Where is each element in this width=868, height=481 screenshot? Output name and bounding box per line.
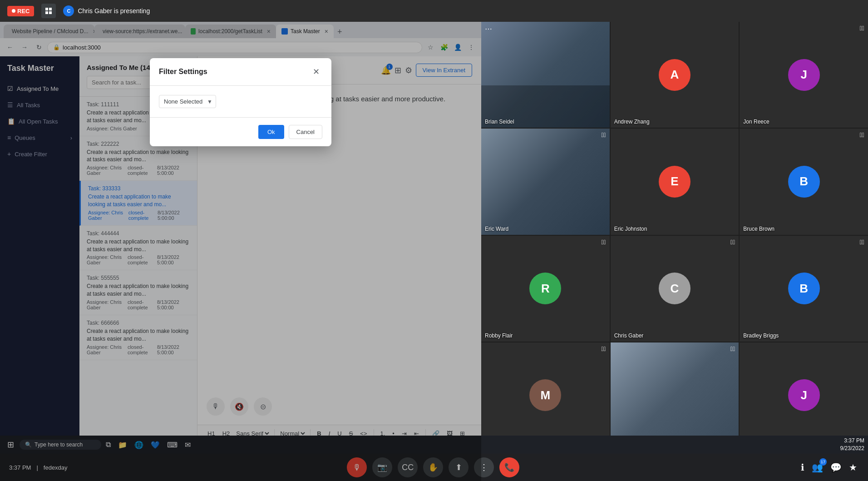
avatar-circle: B: [788, 166, 820, 198]
rec-label: REC: [17, 8, 30, 15]
video-cell-jon-reece: J 🎙̶ Jon Reece: [740, 22, 868, 128]
video-cell-neiman-schwartz: 🎙̶ Neiman Schwartz: [611, 342, 739, 448]
presenter-avatar: C: [63, 5, 74, 16]
video-cell-matt-sanders: M 🎙̶ Matt Sanders: [481, 342, 610, 448]
participant-name: Bruce Brown: [743, 226, 774, 232]
avatar-circle: E: [659, 166, 690, 198]
mute-icon: 🎙̶: [730, 238, 735, 246]
avatar-circle: J: [788, 59, 820, 91]
svg-rect-3: [49, 11, 52, 14]
video-feed: [481, 22, 610, 128]
avatar-circle: M: [529, 379, 561, 411]
video-grid: ⋯ Brian Seidel A Andrew Zhang J 🎙̶ Jon R…: [481, 22, 868, 481]
leave-call-button[interactable]: 📞: [499, 457, 519, 477]
mute-icon: 🎙̶: [860, 238, 864, 246]
more-options-icon[interactable]: ⋯: [485, 25, 492, 33]
video-cell-eric-johnston: E Eric Johnston: [611, 129, 739, 234]
avatar-circle: J: [788, 379, 820, 411]
video-cell-chris-gaber: C 🎙̶ Chris Gaber: [611, 236, 739, 342]
participant-name: Eric Johnston: [614, 226, 647, 232]
participant-name: Jon Reece: [743, 119, 769, 125]
taskbar-time: 3:37 PM 9/23/2022: [840, 437, 864, 452]
video-cell-jack-evans: J Jack Evans: [740, 342, 868, 448]
meeting-side-buttons: ℹ 👥 17 💬 ★: [799, 460, 859, 475]
video-cell-eric-ward: 🎙̶ Eric Ward: [481, 129, 610, 234]
top-bar: REC C Chris Gaber is presenting: [0, 0, 868, 22]
video-cell-robby-flair: R 🎙̶ Robby Flair: [481, 236, 610, 342]
modal-close-button[interactable]: ✕: [310, 65, 322, 78]
filter-select-wrap: None Selected Option 1 Option 2 ▼: [159, 95, 216, 108]
modal-body: None Selected Option 1 Option 2 ▼: [150, 86, 331, 117]
info-button[interactable]: ℹ: [799, 460, 806, 475]
grid-view-button[interactable]: [41, 4, 56, 18]
mute-icon: 🎙̶: [730, 345, 735, 352]
svg-rect-2: [45, 11, 48, 14]
participant-name: Chris Gaber: [614, 332, 644, 339]
rec-dot: [12, 9, 15, 13]
participant-name: Andrew Zhang: [614, 119, 650, 125]
video-cell-brian-seidel: ⋯ Brian Seidel: [481, 22, 610, 128]
participants-badge: 17: [819, 458, 827, 466]
modal-title: Filter Settings: [159, 68, 207, 76]
participants-button[interactable]: 👥 17: [810, 460, 825, 475]
avatar-circle: C: [659, 273, 690, 304]
svg-rect-1: [49, 8, 52, 10]
taskbar-clock: 3:37 PM: [840, 437, 864, 445]
filter-settings-modal: Filter Settings ✕ None Selected Option 1…: [150, 58, 331, 146]
participant-name: Eric Ward: [485, 226, 508, 232]
chat-button[interactable]: 💬: [829, 460, 843, 475]
mute-icon: 🎙̶: [860, 25, 864, 32]
rec-button[interactable]: REC: [7, 6, 34, 16]
filter-select[interactable]: None Selected Option 1 Option 2: [159, 95, 216, 108]
taskbar-date: 9/23/2022: [840, 445, 864, 452]
modal-cancel-button[interactable]: Cancel: [289, 125, 322, 139]
mute-icon: 🎙̶: [601, 345, 606, 352]
modal-header: Filter Settings ✕: [150, 58, 331, 86]
svg-rect-0: [45, 8, 48, 10]
activities-button[interactable]: ★: [847, 460, 859, 475]
modal-footer: Ok Cancel: [150, 117, 331, 146]
avatar-circle: B: [788, 273, 820, 304]
video-cell-bruce-brown: B 🎙̶ Bruce Brown: [740, 129, 868, 234]
video-cell-bradley-briggs: B 🎙̶ Bradley Briggs: [740, 236, 868, 342]
avatar-circle: A: [659, 59, 690, 91]
participant-name: Robby Flair: [485, 332, 513, 339]
mute-icon: 🎙̶: [601, 131, 606, 139]
avatar-circle: R: [529, 273, 561, 304]
presenting-indicator: C Chris Gaber is presenting: [63, 5, 150, 16]
modal-overlay: Filter Settings ✕ None Selected Option 1…: [0, 22, 481, 481]
mute-icon: 🎙̶: [601, 238, 606, 246]
presenter-text: Chris Gaber is presenting: [78, 7, 150, 15]
modal-ok-button[interactable]: Ok: [258, 125, 284, 139]
video-cell-andrew-zhang: A Andrew Zhang: [611, 22, 739, 128]
participant-name: Bradley Briggs: [743, 332, 779, 339]
mute-icon: 🎙̶: [860, 131, 864, 139]
participant-name: Brian Seidel: [485, 119, 514, 125]
